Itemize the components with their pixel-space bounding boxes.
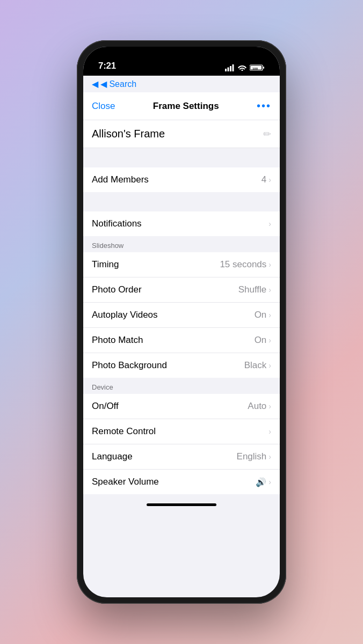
autoplay-videos-chevron: › [268, 311, 271, 319]
more-button[interactable]: ••• [257, 100, 271, 112]
status-time: 7:21 [98, 61, 116, 71]
photo-match-row[interactable]: Photo Match On › [83, 328, 280, 353]
photo-background-value: Black [244, 360, 267, 371]
photo-match-chevron: › [268, 336, 271, 345]
add-members-value-wrapper: 4 › [262, 174, 271, 185]
battery-icon: 100 [250, 64, 265, 71]
autoplay-videos-value-wrapper: On › [255, 310, 271, 320]
remote-control-value-wrapper: › [268, 427, 271, 436]
sheet-header: Close Frame Settings ••• [83, 92, 280, 120]
photo-background-label: Photo Background [92, 360, 167, 371]
status-icons: 100 [225, 64, 265, 71]
timing-value: 15 seconds [220, 259, 266, 270]
back-label[interactable]: ◀ Search [100, 79, 136, 89]
phone-screen: 7:21 [83, 47, 280, 597]
nav-bar: ◀ ◀ Search [83, 76, 280, 92]
section-gap-1 [83, 148, 280, 167]
timing-label: Timing [92, 259, 119, 270]
phone-frame: 7:21 [77, 40, 286, 604]
notifications-value-wrapper: › [268, 219, 271, 228]
photo-order-chevron: › [268, 286, 271, 294]
slideshow-section-header: Slideshow [83, 236, 280, 252]
speaker-icon: 🔊 [256, 477, 266, 487]
photo-match-value: On [255, 335, 267, 346]
svg-rect-2 [230, 66, 231, 71]
remote-control-chevron: › [268, 427, 271, 436]
svg-rect-0 [225, 69, 227, 71]
photo-match-label: Photo Match [92, 335, 143, 346]
photo-background-chevron: › [268, 361, 271, 370]
add-members-row[interactable]: Add Members 4 › [83, 167, 280, 192]
signal-icon [225, 64, 235, 71]
photo-match-value-wrapper: On › [255, 335, 271, 346]
timing-row[interactable]: Timing 15 seconds › [83, 252, 280, 277]
on-off-chevron: › [268, 402, 271, 411]
speaker-volume-value-wrapper: 🔊 › [256, 477, 271, 487]
language-value-wrapper: English › [237, 451, 271, 462]
notifications-section: Notifications › [83, 211, 280, 236]
section-gap-2 [83, 192, 280, 211]
photo-background-value-wrapper: Black › [244, 360, 271, 371]
speaker-volume-label: Speaker Volume [92, 477, 159, 487]
edit-icon[interactable]: ✏ [263, 128, 271, 140]
members-section: Add Members 4 › [83, 167, 280, 192]
svg-rect-1 [228, 67, 229, 71]
remote-control-row[interactable]: Remote Control › [83, 419, 280, 444]
photo-order-row[interactable]: Photo Order Shuffle › [83, 277, 280, 303]
add-members-chevron: › [268, 175, 271, 184]
frame-name-label: Allison's Frame [92, 128, 165, 140]
close-button[interactable]: Close [92, 101, 115, 112]
back-chevron: ◀ [92, 79, 98, 89]
wifi-icon [238, 64, 246, 71]
autoplay-videos-label: Autoplay Videos [92, 310, 158, 320]
device-section-header: Device [83, 378, 280, 394]
slideshow-section: Timing 15 seconds › Photo Order Shuffle … [83, 252, 280, 378]
slideshow-section-label: Slideshow [92, 241, 124, 250]
notifications-chevron: › [268, 219, 271, 228]
autoplay-videos-value: On [255, 310, 267, 320]
svg-rect-3 [233, 64, 234, 71]
on-off-row[interactable]: On/Off Auto › [83, 394, 280, 419]
photo-order-value-wrapper: Shuffle › [238, 284, 271, 295]
language-row[interactable]: Language English › [83, 444, 280, 470]
status-bar: 7:21 [83, 47, 280, 76]
add-members-label: Add Members [92, 174, 149, 185]
frame-name-row[interactable]: Allison's Frame ✏ [83, 120, 280, 148]
home-indicator [147, 503, 216, 506]
back-button[interactable]: ◀ ◀ Search [92, 79, 136, 89]
notifications-row[interactable]: Notifications › [83, 211, 280, 236]
on-off-label: On/Off [92, 401, 119, 412]
on-off-value-wrapper: Auto › [248, 401, 271, 412]
language-chevron: › [268, 452, 271, 461]
autoplay-videos-row[interactable]: Autoplay Videos On › [83, 303, 280, 328]
notifications-label: Notifications [92, 218, 142, 229]
on-off-value: Auto [248, 401, 266, 412]
device-section: On/Off Auto › Remote Control › Language … [83, 394, 280, 494]
dynamic-island [149, 53, 214, 71]
add-members-value: 4 [262, 174, 266, 185]
svg-text:100: 100 [252, 67, 258, 70]
remote-control-label: Remote Control [92, 426, 156, 437]
timing-value-wrapper: 15 seconds › [220, 259, 271, 270]
speaker-volume-chevron: › [268, 478, 271, 486]
timing-chevron: › [268, 260, 271, 269]
speaker-volume-row[interactable]: Speaker Volume 🔊 › [83, 470, 280, 494]
photo-background-row[interactable]: Photo Background Black › [83, 353, 280, 378]
sheet-title: Frame Settings [153, 101, 219, 112]
photo-order-label: Photo Order [92, 284, 142, 295]
language-value: English [237, 451, 267, 462]
language-label: Language [92, 451, 133, 462]
device-section-label: Device [92, 383, 113, 391]
photo-order-value: Shuffle [238, 284, 267, 295]
svg-rect-5 [263, 67, 264, 69]
